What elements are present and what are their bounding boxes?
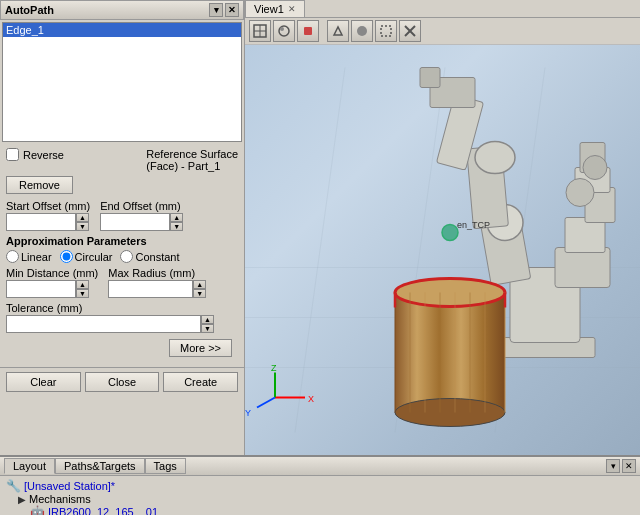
- svg-point-4: [280, 27, 284, 31]
- svg-line-51: [257, 398, 275, 408]
- svg-point-37: [395, 279, 505, 307]
- min-dist-up[interactable]: ▲: [76, 280, 89, 289]
- view-canvas[interactable]: en_TCP: [245, 45, 640, 455]
- toolbar-btn-4[interactable]: [327, 20, 349, 42]
- tolerance-spinbox: 1.00 ▲ ▼: [6, 315, 238, 333]
- view-tab-close[interactable]: ✕: [288, 4, 296, 14]
- tolerance-input[interactable]: 1.00: [6, 315, 201, 333]
- create-button[interactable]: Create: [163, 372, 238, 392]
- bottom-pin-icon[interactable]: ▾: [606, 459, 620, 473]
- edge-list[interactable]: Edge_1: [2, 22, 242, 142]
- tree-mechanisms: ▶ Mechanisms: [6, 493, 634, 505]
- remove-button[interactable]: Remove: [6, 176, 73, 194]
- max-radius-group: Max Radius (mm) 100000.00 ▲ ▼: [108, 267, 206, 298]
- radio-row: Linear Circular Constant: [6, 250, 238, 263]
- radio-constant[interactable]: Constant: [120, 250, 179, 263]
- tree-station: 🔧 [Unsaved Station]*: [6, 479, 634, 493]
- end-offset-label: End Offset (mm): [100, 200, 183, 212]
- svg-point-7: [357, 26, 367, 36]
- action-buttons: Clear Close Create: [0, 367, 244, 396]
- end-offset-down[interactable]: ▼: [170, 222, 183, 231]
- offset-row: Start Offset (mm) 0.00 ▲ ▼ End Offset (m…: [6, 200, 238, 231]
- tolerance-up[interactable]: ▲: [201, 315, 214, 324]
- bottom-header: Layout Paths&Targets Tags ▾ ✕: [0, 457, 640, 476]
- pin-icon[interactable]: ▾: [209, 3, 223, 17]
- svg-text:en_TCP: en_TCP: [457, 220, 490, 230]
- svg-point-38: [395, 399, 505, 427]
- station-link[interactable]: [Unsaved Station]*: [24, 480, 115, 492]
- end-offset-up[interactable]: ▲: [170, 213, 183, 222]
- max-radius-input[interactable]: 100000.00: [108, 280, 193, 298]
- autopath-title: AutoPath: [5, 4, 209, 16]
- svg-line-14: [295, 68, 345, 433]
- station-icon: 🔧: [6, 479, 21, 493]
- radio-circular-input[interactable]: [60, 250, 73, 263]
- radio-linear-label: Linear: [21, 251, 52, 263]
- bottom-close-icon[interactable]: ✕: [622, 459, 636, 473]
- view-tab[interactable]: View1 ✕: [245, 0, 305, 17]
- tolerance-label: Tolerance (mm): [6, 302, 238, 314]
- close-panel-icon[interactable]: ✕: [225, 3, 239, 17]
- radio-circular[interactable]: Circular: [60, 250, 113, 263]
- min-dist-down[interactable]: ▼: [76, 289, 89, 298]
- svg-point-32: [566, 179, 594, 207]
- tab-paths[interactable]: Paths&Targets: [55, 458, 145, 474]
- start-offset-arrows: ▲ ▼: [76, 213, 89, 231]
- tab-layout[interactable]: Layout: [4, 458, 55, 474]
- view-tab-label: View1: [254, 3, 284, 15]
- robot-icon: 🤖: [30, 505, 45, 515]
- bottom-icons: ▾ ✕: [606, 459, 636, 473]
- header-icons: ▾ ✕: [209, 3, 239, 17]
- toolbar-btn-2[interactable]: [273, 20, 295, 42]
- start-offset-down[interactable]: ▼: [76, 222, 89, 231]
- svg-rect-8: [381, 26, 391, 36]
- max-radius-down[interactable]: ▼: [193, 289, 206, 298]
- max-radius-up[interactable]: ▲: [193, 280, 206, 289]
- more-btn-row: More >>: [6, 339, 238, 357]
- robot-link[interactable]: IRB2600_12_165__01: [48, 506, 158, 515]
- main-layout: AutoPath ▾ ✕ Edge_1 Reverse Referenc: [0, 0, 640, 515]
- toolbar-btn-7[interactable]: [399, 20, 421, 42]
- svg-point-3: [279, 26, 289, 36]
- svg-text:Z: Z: [271, 363, 277, 373]
- view-header: View1 ✕: [245, 0, 640, 18]
- view-panel: View1 ✕: [245, 0, 640, 455]
- svg-rect-26: [555, 248, 610, 288]
- end-offset-input[interactable]: 0.00: [100, 213, 170, 231]
- toolbar-btn-6[interactable]: [375, 20, 397, 42]
- toolbar-btn-1[interactable]: [249, 20, 271, 42]
- radio-constant-label: Constant: [135, 251, 179, 263]
- tolerance-arrows: ▲ ▼: [201, 315, 214, 333]
- tolerance-down[interactable]: ▼: [201, 324, 214, 333]
- radio-linear[interactable]: Linear: [6, 250, 52, 263]
- more-button[interactable]: More >>: [169, 339, 232, 357]
- toolbar-btn-3[interactable]: [297, 20, 319, 42]
- radio-circular-label: Circular: [75, 251, 113, 263]
- end-offset-arrows: ▲ ▼: [170, 213, 183, 231]
- top-section: AutoPath ▾ ✕ Edge_1 Reverse Referenc: [0, 0, 640, 455]
- reverse-checkbox[interactable]: [6, 148, 19, 161]
- radio-constant-input[interactable]: [120, 250, 133, 263]
- mechanisms-expand[interactable]: ▶: [18, 494, 26, 505]
- toolbar-btn-5[interactable]: [351, 20, 373, 42]
- svg-point-31: [583, 156, 607, 180]
- edge-item[interactable]: Edge_1: [3, 23, 241, 37]
- start-offset-up[interactable]: ▲: [76, 213, 89, 222]
- autopath-panel: AutoPath ▾ ✕ Edge_1 Reverse Referenc: [0, 0, 245, 455]
- max-radius-arrows: ▲ ▼: [193, 280, 206, 298]
- start-offset-label: Start Offset (mm): [6, 200, 90, 212]
- tree-robot: 🤖 IRB2600_12_165__01: [6, 505, 634, 515]
- radio-linear-input[interactable]: [6, 250, 19, 263]
- approx-title: Approximation Parameters: [6, 235, 238, 247]
- min-dist-input[interactable]: 3.00: [6, 280, 76, 298]
- tolerance-group: Tolerance (mm) 1.00 ▲ ▼: [6, 302, 238, 333]
- close-button[interactable]: Close: [85, 372, 160, 392]
- svg-rect-5: [304, 27, 312, 35]
- start-offset-input[interactable]: 0.00: [6, 213, 76, 231]
- min-dist-label: Min Distance (mm): [6, 267, 98, 279]
- clear-button[interactable]: Clear: [6, 372, 81, 392]
- reverse-label: Reverse: [23, 149, 64, 161]
- tab-tags[interactable]: Tags: [145, 458, 186, 474]
- ref-surface-label: Reference Surface: [146, 148, 238, 160]
- min-dist-arrows: ▲ ▼: [76, 280, 89, 298]
